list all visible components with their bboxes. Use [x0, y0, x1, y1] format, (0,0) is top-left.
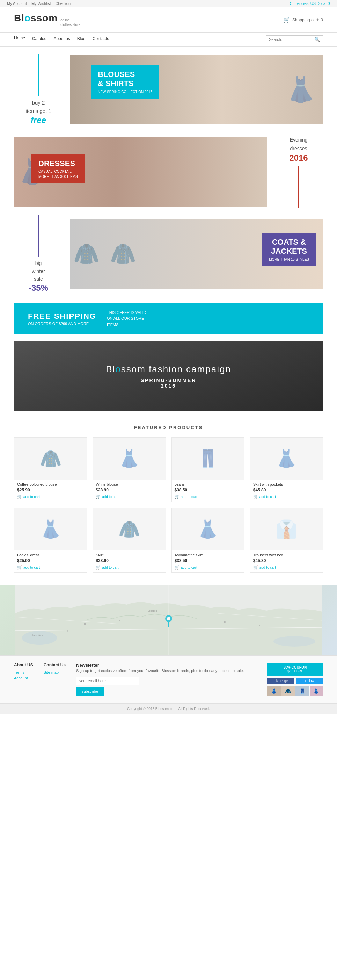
product-info-2: White blouse $28.90 🛒 add to cart — [93, 479, 165, 502]
product-figure-7: 👗 — [197, 519, 218, 539]
footer-about-title: About US — [14, 663, 33, 668]
product-figure-2: 👗 — [119, 449, 140, 469]
banner-dresses-image[interactable]: 👗 DRESSES CASUAL, COCKTAIL MORE THAN 300… — [14, 137, 267, 207]
add-to-cart-6[interactable]: 🛒 add to cart — [96, 565, 119, 570]
svg-text:New York: New York — [32, 634, 43, 636]
currency-selector[interactable]: US Dollar $ — [310, 2, 330, 6]
products-row-2: 👗 Ladies' dress $25.90 🛒 add to cart 🧥 S… — [14, 508, 323, 573]
product-card-2: 👗 White blouse $28.90 🛒 add to cart — [93, 437, 166, 502]
sale-percentage: -35% — [14, 283, 63, 293]
svg-point-11 — [119, 620, 120, 621]
map-placeholder: New York Location — [0, 585, 337, 655]
footer-newsletter: Newsletter: Sign up to get exclusive off… — [76, 663, 257, 696]
banner-sub-dresses1: CASUAL, COCKTAIL — [38, 170, 78, 173]
top-bar: My Account My Wishlist Checkout Currenci… — [0, 0, 337, 7]
search-button[interactable]: 🔍 — [314, 37, 320, 42]
search-input[interactable] — [269, 37, 314, 41]
promo-evening-text: Evening dresses — [274, 135, 323, 153]
product-name-4: Skirt with pockets — [253, 482, 320, 487]
navigation: Home Catalog About us Blog Contacts 🔍 — [0, 32, 337, 47]
cart-icon-5: 🛒 — [17, 565, 22, 570]
add-to-cart-4[interactable]: 🛒 add to cart — [253, 495, 276, 499]
sale-text: big winter sale — [14, 259, 63, 283]
product-img-8: 👔 — [250, 508, 323, 550]
product-figure-6: 🧥 — [119, 519, 140, 539]
blue-divider — [38, 54, 39, 96]
product-info-4: Skirt with pockets $45.80 🛒 add to cart — [250, 479, 323, 502]
thumb-1: 👗 — [267, 686, 281, 696]
map-section: New York Location — [0, 585, 337, 655]
logo-text: Blossom — [14, 13, 58, 24]
logo[interactable]: Blossom online clothes store — [14, 13, 80, 27]
svg-point-5 — [22, 631, 57, 645]
promo-winter-sale: big winter sale -35% — [14, 215, 63, 293]
newsletter-email-input[interactable] — [76, 677, 139, 685]
campaign-title-accent: o — [115, 364, 121, 374]
add-to-cart-3[interactable]: 🛒 add to cart — [175, 495, 197, 499]
svg-point-14 — [67, 630, 68, 632]
product-card-8: 👔 Trousers with belt $45.80 🛒 add to car… — [250, 508, 323, 573]
product-price-3: $38.50 — [175, 488, 241, 492]
footer-bottom: Copyright © 2015 Blossomstore. All Right… — [0, 703, 337, 714]
my-account-link[interactable]: My Account — [7, 2, 27, 6]
svg-point-6 — [274, 636, 315, 647]
svg-point-10 — [84, 623, 86, 625]
product-name-2: White blouse — [96, 482, 162, 487]
product-card-5: 👗 Ladies' dress $25.90 🛒 add to cart — [14, 508, 87, 573]
footer-coupon: 50% COUPON $30 ITEM Like Page Follow 👗 🧥… — [267, 663, 323, 696]
checkout-link[interactable]: Checkout — [55, 2, 71, 6]
nav-catalog[interactable]: Catalog — [32, 37, 46, 43]
banner-coats-image[interactable]: 🧥 🧥 COATS & JACKETS MORE THAN 15 STYLES — [70, 219, 323, 289]
cart-icon-4: 🛒 — [253, 495, 258, 499]
product-img-3: 👖 — [172, 438, 244, 479]
campaign-title: Blossom fashion campaign — [106, 364, 231, 375]
header: Blossom online clothes store 🛒 Shopping … — [0, 7, 337, 32]
product-info-1: Coffee-coloured blouse $25.90 🛒 add to c… — [14, 479, 87, 502]
product-figure-3: 👖 — [197, 449, 218, 469]
footer-account-link[interactable]: Account — [14, 676, 33, 680]
svg-text:Location: Location — [148, 609, 157, 612]
add-to-cart-1[interactable]: 🛒 add to cart — [17, 495, 40, 499]
product-name-6: Skirt — [96, 553, 162, 557]
nav-about[interactable]: About us — [54, 37, 70, 43]
add-to-cart-7[interactable]: 🛒 add to cart — [175, 565, 197, 570]
banner-sub-dresses2: MORE THAN 300 ITEMS — [38, 175, 78, 178]
banner-title-blouses: BLOUSES & SHIRTS — [98, 70, 152, 88]
nav-home[interactable]: Home — [14, 36, 25, 43]
product-figure-8: 👔 — [275, 519, 297, 539]
facebook-like-button[interactable]: Like Page — [267, 678, 294, 684]
cart-icon-8: 🛒 — [253, 565, 258, 570]
product-figure-1: 🧥 — [40, 449, 62, 469]
product-price-2: $28.90 — [96, 488, 162, 492]
cart-icon-3: 🛒 — [175, 495, 179, 499]
add-to-cart-5[interactable]: 🛒 add to cart — [17, 565, 40, 570]
shipping-bar: FREE SHIPPING ON ORDERS OF $299 AND MORE… — [14, 303, 323, 334]
product-name-1: Coffee-coloured blouse — [17, 482, 84, 487]
subscribe-button[interactable]: subscribe — [76, 687, 104, 695]
product-info-5: Ladies' dress $25.90 🛒 add to cart — [14, 550, 87, 573]
logo-accent: o — [24, 13, 31, 24]
product-card-4: 👗 Skirt with pockets $45.80 🛒 add to car… — [250, 437, 323, 502]
my-wishlist-link[interactable]: My Wishlist — [32, 2, 51, 6]
product-price-6: $28.90 — [96, 558, 162, 563]
footer-terms-link[interactable]: Terms — [14, 670, 33, 675]
product-info-6: Skirt $28.90 🛒 add to cart — [93, 550, 165, 573]
cart-count: 0 — [321, 18, 323, 22]
add-to-cart-2[interactable]: 🛒 add to cart — [96, 495, 119, 499]
nav-blog[interactable]: Blog — [77, 37, 85, 43]
footer-sitemap-link[interactable]: Site map — [44, 670, 66, 675]
product-card-1: 🧥 Coffee-coloured blouse $25.90 🛒 add to… — [14, 437, 87, 502]
banner-dresses: 👗 DRESSES CASUAL, COCKTAIL MORE THAN 300… — [0, 132, 337, 211]
copyright-text: Copyright © 2015 Blossomstore. All Right… — [127, 707, 210, 711]
twitter-follow-button[interactable]: Follow — [296, 678, 323, 684]
footer-thumbnails: 👗 🧥 👖 👗 — [267, 686, 323, 696]
nav-contacts[interactable]: Contacts — [93, 37, 109, 43]
banner-blouses-image[interactable]: 👗 BLOUSES & SHIRTS NEW SPRING COLLECTION… — [70, 54, 323, 124]
cart-area[interactable]: 🛒 Shopping cart: 0 — [283, 16, 323, 23]
campaign-banner[interactable]: Blossom fashion campaign SPRING-SUMMER 2… — [14, 341, 323, 411]
top-bar-left: My Account My Wishlist Checkout — [7, 2, 75, 6]
product-price-7: $38.50 — [175, 558, 241, 563]
newsletter-desc: Sign up to get exclusive offers from you… — [76, 668, 257, 674]
product-img-6: 🧥 — [93, 508, 165, 550]
add-to-cart-8[interactable]: 🛒 add to cart — [253, 565, 276, 570]
